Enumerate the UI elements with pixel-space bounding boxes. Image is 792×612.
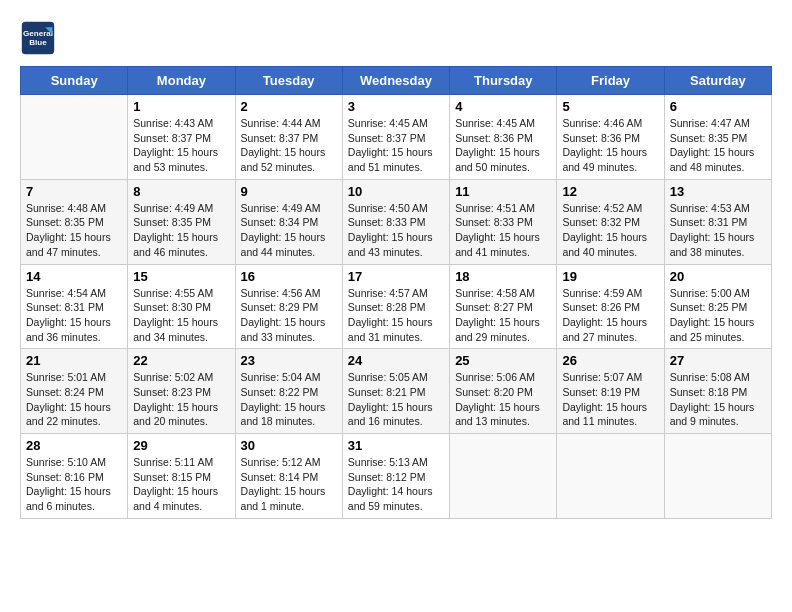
day-header-monday: Monday [128,67,235,95]
day-number: 11 [455,184,551,199]
day-info: Sunrise: 4:55 AM Sunset: 8:30 PM Dayligh… [133,286,229,345]
day-header-saturday: Saturday [664,67,771,95]
day-number: 30 [241,438,337,453]
calendar-cell: 25Sunrise: 5:06 AM Sunset: 8:20 PM Dayli… [450,349,557,434]
calendar-cell: 14Sunrise: 4:54 AM Sunset: 8:31 PM Dayli… [21,264,128,349]
day-number: 15 [133,269,229,284]
day-header-friday: Friday [557,67,664,95]
day-number: 5 [562,99,658,114]
day-info: Sunrise: 4:50 AM Sunset: 8:33 PM Dayligh… [348,201,444,260]
calendar-cell: 29Sunrise: 5:11 AM Sunset: 8:15 PM Dayli… [128,434,235,519]
week-row-1: 1Sunrise: 4:43 AM Sunset: 8:37 PM Daylig… [21,95,772,180]
calendar-cell: 20Sunrise: 5:00 AM Sunset: 8:25 PM Dayli… [664,264,771,349]
calendar-cell: 31Sunrise: 5:13 AM Sunset: 8:12 PM Dayli… [342,434,449,519]
day-number: 8 [133,184,229,199]
day-number: 16 [241,269,337,284]
day-number: 26 [562,353,658,368]
calendar-cell: 5Sunrise: 4:46 AM Sunset: 8:36 PM Daylig… [557,95,664,180]
day-info: Sunrise: 5:00 AM Sunset: 8:25 PM Dayligh… [670,286,766,345]
calendar-cell: 2Sunrise: 4:44 AM Sunset: 8:37 PM Daylig… [235,95,342,180]
calendar-cell: 17Sunrise: 4:57 AM Sunset: 8:28 PM Dayli… [342,264,449,349]
week-row-3: 14Sunrise: 4:54 AM Sunset: 8:31 PM Dayli… [21,264,772,349]
calendar-cell: 1Sunrise: 4:43 AM Sunset: 8:37 PM Daylig… [128,95,235,180]
calendar-cell: 8Sunrise: 4:49 AM Sunset: 8:35 PM Daylig… [128,179,235,264]
svg-text:General: General [23,29,53,38]
calendar-cell: 26Sunrise: 5:07 AM Sunset: 8:19 PM Dayli… [557,349,664,434]
calendar-cell: 21Sunrise: 5:01 AM Sunset: 8:24 PM Dayli… [21,349,128,434]
day-info: Sunrise: 4:45 AM Sunset: 8:37 PM Dayligh… [348,116,444,175]
day-info: Sunrise: 4:44 AM Sunset: 8:37 PM Dayligh… [241,116,337,175]
week-row-5: 28Sunrise: 5:10 AM Sunset: 8:16 PM Dayli… [21,434,772,519]
day-number: 2 [241,99,337,114]
day-info: Sunrise: 4:51 AM Sunset: 8:33 PM Dayligh… [455,201,551,260]
day-info: Sunrise: 5:07 AM Sunset: 8:19 PM Dayligh… [562,370,658,429]
day-number: 7 [26,184,122,199]
day-number: 29 [133,438,229,453]
calendar-cell: 7Sunrise: 4:48 AM Sunset: 8:35 PM Daylig… [21,179,128,264]
calendar-cell: 3Sunrise: 4:45 AM Sunset: 8:37 PM Daylig… [342,95,449,180]
day-number: 13 [670,184,766,199]
calendar-cell: 30Sunrise: 5:12 AM Sunset: 8:14 PM Dayli… [235,434,342,519]
svg-text:Blue: Blue [29,38,47,47]
calendar-cell [664,434,771,519]
calendar-cell [450,434,557,519]
week-row-2: 7Sunrise: 4:48 AM Sunset: 8:35 PM Daylig… [21,179,772,264]
day-info: Sunrise: 4:46 AM Sunset: 8:36 PM Dayligh… [562,116,658,175]
day-info: Sunrise: 4:49 AM Sunset: 8:34 PM Dayligh… [241,201,337,260]
day-info: Sunrise: 4:56 AM Sunset: 8:29 PM Dayligh… [241,286,337,345]
calendar-cell: 16Sunrise: 4:56 AM Sunset: 8:29 PM Dayli… [235,264,342,349]
day-info: Sunrise: 4:52 AM Sunset: 8:32 PM Dayligh… [562,201,658,260]
calendar-table: SundayMondayTuesdayWednesdayThursdayFrid… [20,66,772,519]
calendar-cell: 9Sunrise: 4:49 AM Sunset: 8:34 PM Daylig… [235,179,342,264]
day-number: 1 [133,99,229,114]
calendar-cell: 4Sunrise: 4:45 AM Sunset: 8:36 PM Daylig… [450,95,557,180]
day-info: Sunrise: 5:06 AM Sunset: 8:20 PM Dayligh… [455,370,551,429]
day-info: Sunrise: 5:05 AM Sunset: 8:21 PM Dayligh… [348,370,444,429]
calendar-cell: 22Sunrise: 5:02 AM Sunset: 8:23 PM Dayli… [128,349,235,434]
logo-icon: General Blue [20,20,56,56]
day-info: Sunrise: 5:12 AM Sunset: 8:14 PM Dayligh… [241,455,337,514]
day-info: Sunrise: 4:54 AM Sunset: 8:31 PM Dayligh… [26,286,122,345]
calendar-cell: 15Sunrise: 4:55 AM Sunset: 8:30 PM Dayli… [128,264,235,349]
calendar-cell: 28Sunrise: 5:10 AM Sunset: 8:16 PM Dayli… [21,434,128,519]
day-header-tuesday: Tuesday [235,67,342,95]
day-info: Sunrise: 4:45 AM Sunset: 8:36 PM Dayligh… [455,116,551,175]
week-row-4: 21Sunrise: 5:01 AM Sunset: 8:24 PM Dayli… [21,349,772,434]
calendar-cell: 6Sunrise: 4:47 AM Sunset: 8:35 PM Daylig… [664,95,771,180]
day-number: 23 [241,353,337,368]
day-number: 22 [133,353,229,368]
day-info: Sunrise: 5:13 AM Sunset: 8:12 PM Dayligh… [348,455,444,514]
day-info: Sunrise: 4:49 AM Sunset: 8:35 PM Dayligh… [133,201,229,260]
day-number: 14 [26,269,122,284]
calendar-cell: 19Sunrise: 4:59 AM Sunset: 8:26 PM Dayli… [557,264,664,349]
day-info: Sunrise: 5:08 AM Sunset: 8:18 PM Dayligh… [670,370,766,429]
calendar-cell: 24Sunrise: 5:05 AM Sunset: 8:21 PM Dayli… [342,349,449,434]
calendar-cell [557,434,664,519]
day-number: 28 [26,438,122,453]
calendar-cell: 23Sunrise: 5:04 AM Sunset: 8:22 PM Dayli… [235,349,342,434]
day-info: Sunrise: 4:57 AM Sunset: 8:28 PM Dayligh… [348,286,444,345]
calendar-cell: 10Sunrise: 4:50 AM Sunset: 8:33 PM Dayli… [342,179,449,264]
day-info: Sunrise: 4:43 AM Sunset: 8:37 PM Dayligh… [133,116,229,175]
day-number: 19 [562,269,658,284]
day-info: Sunrise: 4:58 AM Sunset: 8:27 PM Dayligh… [455,286,551,345]
day-info: Sunrise: 4:47 AM Sunset: 8:35 PM Dayligh… [670,116,766,175]
day-number: 17 [348,269,444,284]
day-number: 31 [348,438,444,453]
day-number: 3 [348,99,444,114]
calendar-cell: 27Sunrise: 5:08 AM Sunset: 8:18 PM Dayli… [664,349,771,434]
day-info: Sunrise: 5:04 AM Sunset: 8:22 PM Dayligh… [241,370,337,429]
calendar-cell: 11Sunrise: 4:51 AM Sunset: 8:33 PM Dayli… [450,179,557,264]
calendar-cell [21,95,128,180]
day-number: 6 [670,99,766,114]
day-info: Sunrise: 5:01 AM Sunset: 8:24 PM Dayligh… [26,370,122,429]
day-info: Sunrise: 4:48 AM Sunset: 8:35 PM Dayligh… [26,201,122,260]
day-info: Sunrise: 4:53 AM Sunset: 8:31 PM Dayligh… [670,201,766,260]
day-number: 21 [26,353,122,368]
day-number: 12 [562,184,658,199]
calendar-cell: 13Sunrise: 4:53 AM Sunset: 8:31 PM Dayli… [664,179,771,264]
day-number: 24 [348,353,444,368]
day-number: 27 [670,353,766,368]
day-number: 4 [455,99,551,114]
day-info: Sunrise: 4:59 AM Sunset: 8:26 PM Dayligh… [562,286,658,345]
